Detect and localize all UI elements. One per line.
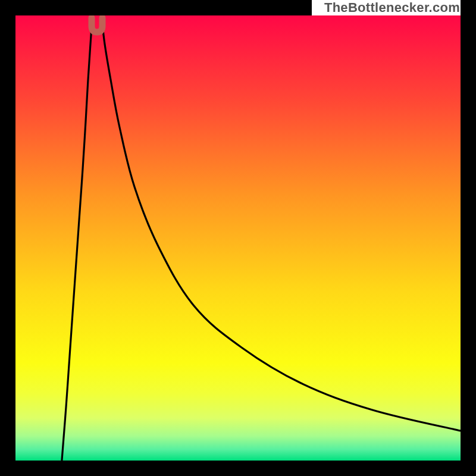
- frame-border: [0, 461, 476, 476]
- watermark-label: TheBottlenecker.com: [312, 0, 472, 15]
- frame-border: [461, 0, 476, 476]
- frame-border: [0, 0, 312, 15]
- svg-rect-0: [15, 15, 461, 461]
- frame-border: [0, 0, 15, 476]
- plot-area: [15, 15, 461, 461]
- chart-container: TheBottlenecker.com: [0, 0, 476, 476]
- gradient-background: [15, 15, 461, 461]
